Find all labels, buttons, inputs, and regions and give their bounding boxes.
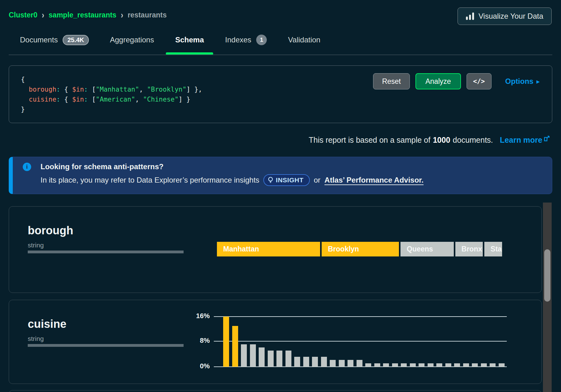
y-axis-tick: 8% [182, 337, 210, 345]
visualize-data-label: Visualize Your Data [478, 12, 543, 21]
cuisine-bar-18[interactable] [383, 363, 389, 367]
code-icon: </> [473, 78, 485, 85]
breadcrumb: Cluster0 › sample_restaurants › restaura… [9, 11, 167, 19]
schema-antipatterns-banner: i Looking for schema anti-patterns? In i… [9, 157, 552, 194]
breadcrumb-collection: restaurants [127, 11, 166, 19]
cuisine-histogram: 16% 8% 0% [9, 300, 541, 384]
borough-value-bars: ManhattanBrooklynQueensBronxSta [217, 242, 507, 256]
visualize-data-button[interactable]: Visualize Your Data [458, 7, 552, 25]
report-prefix: This report is based on a sample of [309, 136, 430, 145]
tab-label: Validation [288, 36, 320, 44]
cuisine-bar-6[interactable] [276, 351, 282, 367]
triangle-right-icon: ▸ [536, 78, 539, 85]
vertical-scrollbar-thumb[interactable] [544, 249, 550, 302]
query-code[interactable]: { borough: { $in: ["Manhattan", "Brookly… [21, 74, 202, 114]
cuisine-bar-2[interactable] [241, 344, 247, 367]
options-toggle[interactable]: Options ▸ [505, 77, 539, 86]
cuisine-bar-23[interactable] [428, 363, 434, 367]
cuisine-bar-7[interactable] [285, 351, 291, 367]
bar-chart-icon [466, 12, 474, 20]
borough-bar-label: Queens [400, 245, 433, 253]
cuisine-bar-3[interactable] [250, 344, 256, 367]
banner-body-or: or [314, 176, 320, 184]
analyze-button[interactable]: Analyze [415, 73, 461, 89]
cuisine-bar-30[interactable] [490, 363, 496, 367]
borough-bar-label: Sta [484, 245, 502, 253]
breadcrumb-database[interactable]: sample_restaurants [49, 11, 116, 19]
cuisine-bar-17[interactable] [374, 363, 380, 367]
info-icon: i [23, 163, 31, 171]
external-link-icon [544, 136, 550, 142]
type-distribution-bar [28, 251, 184, 253]
insight-badge-label: INSIGHT [276, 176, 304, 184]
report-suffix: documents. [453, 136, 493, 145]
y-axis-tick: 16% [182, 312, 210, 320]
reset-button[interactable]: Reset [373, 73, 410, 89]
tab-documents[interactable]: Documents25.4K [9, 30, 99, 55]
cuisine-bar-1[interactable] [232, 326, 238, 367]
tab-label: Aggregations [110, 36, 154, 44]
cuisine-bar-11[interactable] [321, 357, 327, 367]
cuisine-bar-27[interactable] [463, 363, 469, 367]
cuisine-bar-0[interactable] [223, 317, 229, 367]
cuisine-bar-26[interactable] [454, 363, 460, 367]
performance-advisor-link[interactable]: Atlas’ Performance Advisor. [324, 176, 424, 184]
breadcrumb-cluster[interactable]: Cluster0 [9, 11, 37, 19]
cuisine-bar-29[interactable] [481, 363, 487, 367]
borough-bar-sta[interactable]: Sta [484, 242, 502, 256]
borough-bar-label: Brooklyn [322, 245, 359, 253]
cuisine-bar-21[interactable] [410, 363, 416, 367]
borough-bar-bronx[interactable]: Bronx [455, 242, 483, 256]
tab-label: Schema [175, 36, 204, 44]
borough-bar-brooklyn[interactable]: Brooklyn [322, 242, 399, 256]
chevron-right-icon: › [42, 10, 44, 21]
cuisine-bar-15[interactable] [357, 360, 362, 367]
cuisine-bar-31[interactable] [499, 363, 505, 367]
cuisine-bar-14[interactable] [348, 360, 353, 367]
banner-body: In its place, you may refer to Data Expl… [41, 176, 259, 184]
cuisine-bar-20[interactable] [401, 363, 407, 367]
field-card-borough: borough string ManhattanBrooklynQueensBr… [9, 206, 542, 293]
cuisine-bar-28[interactable] [472, 363, 478, 367]
query-actions: Reset Analyze </> Options ▸ [373, 73, 539, 89]
cuisine-bar-22[interactable] [419, 363, 424, 367]
query-code-line: { [21, 74, 202, 84]
cuisine-bar-9[interactable] [303, 357, 309, 367]
insight-badge[interactable]: INSIGHT [263, 174, 310, 186]
lightbulb-icon [268, 177, 273, 184]
tab-validation[interactable]: Validation [277, 30, 331, 55]
cuisine-bar-12[interactable] [330, 360, 336, 367]
query-code-line: } [21, 104, 202, 114]
cuisine-bar-10[interactable] [312, 357, 318, 367]
report-sample-count: 1000 [433, 136, 450, 145]
tab-indexes[interactable]: Indexes1 [214, 30, 277, 55]
tab-label: Indexes [225, 36, 251, 44]
code-toggle-button[interactable]: </> [467, 73, 491, 89]
cuisine-bar-19[interactable] [392, 363, 398, 367]
cuisine-bar-24[interactable] [436, 363, 442, 367]
options-label: Options [505, 77, 534, 86]
cuisine-bar-5[interactable] [268, 351, 274, 367]
query-code-line: borough: { $in: ["Manhattan", "Brooklyn"… [21, 84, 202, 94]
sample-report-line: This report is based on a sample of 1000… [309, 136, 550, 145]
tab-badge: 1 [256, 35, 267, 45]
learn-more-link[interactable]: Learn more [500, 136, 550, 145]
tabs-divider [9, 55, 552, 55]
borough-bar-queens[interactable]: Queens [400, 242, 454, 256]
borough-bar-manhattan[interactable]: Manhattan [217, 242, 320, 256]
cuisine-bar-4[interactable] [259, 347, 265, 367]
vertical-scrollbar-track[interactable] [543, 203, 552, 392]
cuisine-bars [223, 316, 507, 367]
tab-schema[interactable]: Schema [165, 30, 214, 55]
cuisine-bar-16[interactable] [365, 363, 371, 367]
tab-aggregations[interactable]: Aggregations [99, 30, 165, 55]
cuisine-bar-8[interactable] [294, 357, 300, 367]
tab-badge: 25.4K [63, 35, 89, 45]
learn-more-label: Learn more [500, 136, 542, 145]
banner-title: Looking for schema anti-patterns? [41, 162, 164, 171]
field-type: string [28, 241, 44, 249]
cuisine-bar-25[interactable] [445, 363, 451, 367]
tab-bar: Documents25.4KAggregationsSchemaIndexes1… [9, 30, 331, 55]
query-editor[interactable]: { borough: { $in: ["Manhattan", "Brookly… [9, 65, 552, 123]
cuisine-bar-13[interactable] [339, 360, 345, 367]
